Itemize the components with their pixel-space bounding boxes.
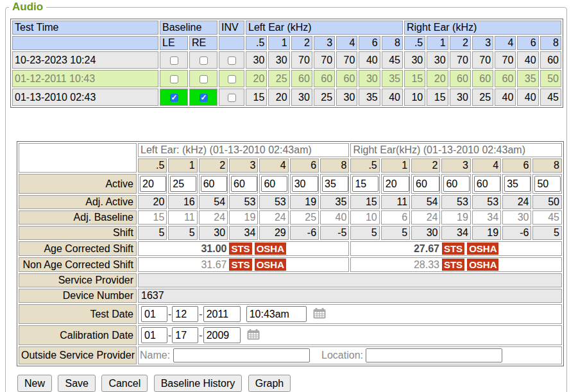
le-baseline-checkbox[interactable] <box>170 94 178 102</box>
provider-name-input[interactable] <box>173 348 310 362</box>
active-input[interactable] <box>231 176 257 192</box>
threshold-cell: 60 <box>495 70 516 87</box>
shift-cell: 29 <box>259 226 288 240</box>
re-baseline-checkbox[interactable] <box>200 56 208 65</box>
active-input[interactable] <box>261 176 287 192</box>
threshold-cell: 40 <box>359 51 380 69</box>
re-baseline-checkbox[interactable] <box>200 75 208 83</box>
active-input[interactable] <box>201 176 227 192</box>
test-date-row: Test Date -- <box>19 304 562 324</box>
inv-checkbox[interactable] <box>228 75 236 83</box>
freq-header: 4 <box>472 158 501 173</box>
adj-active-row: Adj. Active 20 16 54 53 53 19 35 15 11 5… <box>19 195 562 209</box>
active-input[interactable] <box>534 176 561 192</box>
inv-checkbox[interactable] <box>228 56 236 65</box>
shift-cell: 19 <box>472 226 501 240</box>
adj-active-cell: 19 <box>290 195 319 209</box>
baseline-history-button[interactable]: Baseline History <box>154 375 242 392</box>
le-baseline-checkbox[interactable] <box>170 75 178 83</box>
save-button[interactable]: Save <box>58 375 95 392</box>
adj-active-cell: 53 <box>441 195 470 209</box>
threshold-cell: 40 <box>517 51 538 69</box>
col-header-le: LE <box>160 36 188 50</box>
freq-header: .5 <box>246 36 267 50</box>
date-separator: - <box>168 330 171 341</box>
active-input[interactable] <box>383 176 409 192</box>
adj-baseline-cell: 40 <box>320 210 349 225</box>
threshold-cell: 35 <box>517 70 538 87</box>
threshold-cell: 60 <box>540 51 561 69</box>
shift-cell: 5 <box>350 226 379 240</box>
cancel-button[interactable]: Cancel <box>101 375 148 392</box>
freq-header: 4 <box>336 36 357 50</box>
graph-button[interactable]: Graph <box>248 375 291 392</box>
shift-cell: 5 <box>532 226 562 240</box>
osha-badge: OSHA <box>467 259 498 271</box>
active-input[interactable] <box>413 176 439 192</box>
adj-baseline-cell: 10 <box>350 210 379 225</box>
inv-cell <box>219 70 244 87</box>
freq-header: 3 <box>229 158 258 173</box>
calibration-day-input[interactable] <box>172 327 198 343</box>
shift-cell: 5 <box>168 226 197 240</box>
provider-location-label: Location: <box>321 350 363 361</box>
shift-cell: -6 <box>290 226 319 240</box>
shift-cell: 30 <box>411 226 440 240</box>
adj-active-cell: 50 <box>532 195 562 209</box>
new-button[interactable]: New <box>17 375 52 392</box>
test-date-label: Test Date <box>19 304 137 324</box>
threshold-cell: 70 <box>314 51 335 69</box>
test-date-calendar-icon[interactable] <box>313 308 326 321</box>
adj-baseline-cell: 45 <box>532 210 562 225</box>
age-corrected-shift-row: Age Corrected Shift 31.00STSOSHA 27.67ST… <box>19 241 562 256</box>
test-time-input[interactable] <box>246 306 307 322</box>
active-input[interactable] <box>140 176 166 192</box>
test-date-day-input[interactable] <box>172 306 198 322</box>
threshold-cell: 40 <box>382 89 403 106</box>
re-baseline-checkbox[interactable] <box>200 94 208 102</box>
provider-location-input[interactable] <box>366 348 502 362</box>
device-number-value: 1637 <box>138 289 562 303</box>
active-input[interactable] <box>170 176 196 192</box>
osha-badge: OSHA <box>255 243 286 255</box>
freq-header: 8 <box>382 36 403 50</box>
adj-baseline-cell: 24 <box>259 210 288 225</box>
threshold-cell: 60 <box>336 70 357 87</box>
sts-badge: STS <box>229 243 251 255</box>
adj-baseline-cell: 19 <box>229 210 258 225</box>
non-age-corrected-left-number: 31.67 <box>201 259 226 270</box>
adj-active-cell: 11 <box>381 195 410 209</box>
freq-header: 1 <box>381 158 410 173</box>
freq-header: 6 <box>359 36 380 50</box>
audio-detail-table: Left Ear: (kHz) (01-13-2010 02:43am) Rig… <box>17 141 564 366</box>
threshold-cell: 70 <box>336 51 357 69</box>
col-header-right-ear: Right Ear (kHz) <box>404 21 561 35</box>
col-header-test-time: Test Time <box>12 21 158 35</box>
active-input[interactable] <box>443 176 470 192</box>
osha-badge: OSHA <box>467 243 498 255</box>
calibration-month-input[interactable] <box>141 327 167 343</box>
le-baseline-cell <box>160 89 188 106</box>
left-ear-detail-header: Left Ear: (kHz) (01-13-2010 02:43am) <box>138 143 349 157</box>
adj-active-cell: 24 <box>502 195 531 209</box>
freq-header: 4 <box>495 36 516 50</box>
test-date-month-input[interactable] <box>141 306 167 322</box>
calibration-calendar-icon[interactable] <box>247 329 260 343</box>
le-baseline-checkbox[interactable] <box>170 56 178 65</box>
active-input[interactable] <box>352 176 378 192</box>
freq-header: 6 <box>517 36 538 50</box>
active-input[interactable] <box>322 176 348 192</box>
freq-header: 3 <box>441 158 470 173</box>
active-input[interactable] <box>474 176 500 192</box>
test-date-year-input[interactable] <box>203 306 241 322</box>
active-input[interactable] <box>504 176 531 192</box>
left-age-corrected-value: 31.00STSOSHA <box>138 241 349 256</box>
inv-checkbox[interactable] <box>228 94 236 102</box>
adj-baseline-cell: 24 <box>411 210 440 225</box>
non-age-corrected-shift-row: Non Age Corrected Shift 31.67STSOSHA 28.… <box>19 257 562 272</box>
adj-active-cell: 53 <box>259 195 288 209</box>
right-ear-detail-header: Right Ear(kHz) (01-13-2010 02:43am) <box>350 143 562 157</box>
detail-blank-header <box>19 143 137 173</box>
calibration-year-input[interactable] <box>203 327 241 343</box>
active-input[interactable] <box>292 176 318 192</box>
